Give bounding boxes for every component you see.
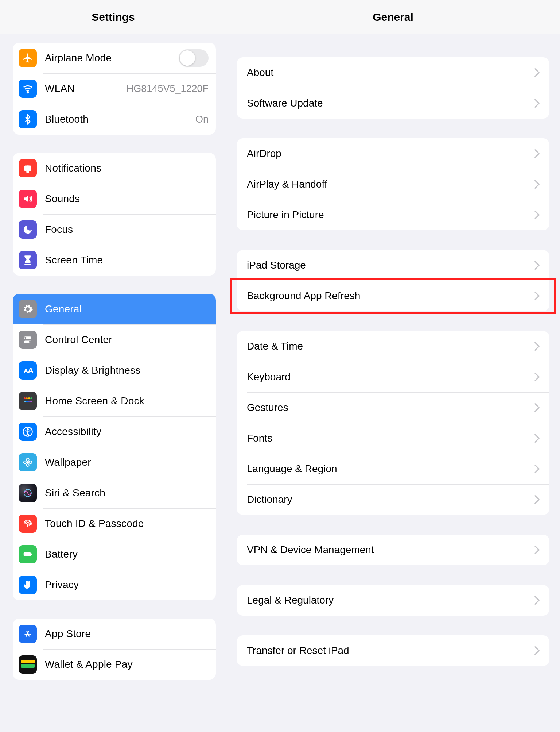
sidebar-item-touchid[interactable]: Touch ID & Passcode: [13, 508, 216, 539]
detail-item-label: Transfer or Reset iPad: [247, 645, 349, 656]
detail-item-dictionary[interactable]: Dictionary: [237, 484, 549, 515]
sidebar-item-label: App Store: [45, 628, 91, 640]
chevron-right-icon: [534, 291, 540, 301]
sidebar-item-label: WLAN: [45, 83, 75, 95]
detail-item-label: AirDrop: [247, 148, 281, 159]
detail-pane: General AboutSoftware UpdateAirDropAirPl…: [226, 0, 560, 732]
detail-header: General: [226, 0, 560, 34]
sidebar-item-general[interactable]: General: [13, 294, 216, 324]
sidebar-item-label: Battery: [45, 548, 78, 560]
svg-point-5: [24, 337, 26, 339]
moon-icon: [19, 220, 37, 239]
detail-item-keyboard[interactable]: Keyboard: [237, 362, 549, 392]
svg-rect-3: [24, 264, 31, 265]
sidebar-item-display[interactable]: AADisplay & Brightness: [13, 355, 216, 386]
detail-item-storage[interactable]: iPad Storage: [237, 250, 549, 281]
sidebar-group: GeneralControl CenterAADisplay & Brightn…: [13, 294, 216, 600]
sidebar-item-bluetooth[interactable]: BluetoothOn: [13, 104, 216, 135]
detail-item-langregion[interactable]: Language & Region: [237, 454, 549, 484]
svg-point-15: [24, 461, 27, 464]
sidebar-item-homedock[interactable]: Home Screen & Dock: [13, 386, 216, 416]
sidebar-item-focus[interactable]: Focus: [13, 214, 216, 245]
chevron-right-icon: [534, 149, 540, 158]
chevron-right-icon: [534, 342, 540, 351]
hourglass-icon: [19, 251, 37, 269]
chevron-right-icon: [534, 545, 540, 555]
detail-item-label: Language & Region: [247, 463, 337, 475]
svg-point-12: [27, 462, 29, 463]
sidebar-header: Settings: [0, 0, 226, 34]
sidebar-item-controlcenter[interactable]: Control Center: [13, 324, 216, 355]
chevron-right-icon: [534, 403, 540, 412]
speaker-icon: [19, 190, 37, 208]
detail-item-label: VPN & Device Management: [247, 544, 374, 556]
detail-item-bgrefresh[interactable]: Background App Refresh: [237, 281, 549, 311]
detail-group: Legal & Regulatory: [237, 585, 549, 616]
sidebar-item-label: Screen Time: [45, 254, 103, 266]
flower-icon: [19, 453, 37, 471]
chevron-right-icon: [534, 261, 540, 270]
detail-item-legal[interactable]: Legal & Regulatory: [237, 585, 549, 616]
sidebar-item-wlan[interactable]: WLANHG8145V5_1220F: [13, 73, 216, 104]
sidebar-item-sounds[interactable]: Sounds: [13, 184, 216, 214]
sidebar-item-label: Home Screen & Dock: [45, 395, 144, 407]
svg-point-14: [26, 464, 29, 467]
sidebar-item-appstore[interactable]: App Store: [13, 619, 216, 649]
sidebar-list[interactable]: Airplane ModeWLANHG8145V5_1220FBluetooth…: [0, 34, 226, 732]
sidebar-item-detail: HG8145V5_1220F: [127, 83, 209, 95]
detail-list[interactable]: AboutSoftware UpdateAirDropAirPlay & Han…: [226, 34, 560, 732]
sidebar-item-label: Airplane Mode: [45, 52, 112, 64]
detail-item-pip[interactable]: Picture in Picture: [237, 200, 549, 230]
detail-item-label: Fonts: [247, 432, 272, 444]
sidebar-item-notifications[interactable]: Notifications: [13, 153, 216, 184]
detail-item-airdrop[interactable]: AirDrop: [237, 138, 549, 169]
detail-item-transfer[interactable]: Transfer or Reset iPad: [237, 635, 549, 666]
appstore-icon: [19, 625, 37, 643]
svg-point-13: [26, 458, 29, 461]
hand-icon: [19, 576, 37, 594]
sidebar-item-wallet[interactable]: Wallet & Apple Pay: [13, 649, 216, 680]
chevron-right-icon: [534, 180, 540, 189]
sidebar-item-screentime[interactable]: Screen Time: [13, 245, 216, 276]
svg-rect-18: [24, 552, 31, 556]
sidebar-item-airplane[interactable]: Airplane Mode: [13, 43, 216, 73]
sidebar-item-wallpaper[interactable]: Wallpaper: [13, 447, 216, 478]
svg-text:A: A: [28, 366, 33, 375]
page-title: Settings: [92, 11, 135, 23]
detail-item-vpn[interactable]: VPN & Device Management: [237, 535, 549, 565]
sidebar-item-label: Notifications: [45, 162, 101, 174]
fingerprint-icon: [19, 515, 37, 533]
detail-item-label: Legal & Regulatory: [247, 594, 334, 606]
sidebar-item-battery[interactable]: Battery: [13, 539, 216, 570]
svg-rect-2: [24, 256, 31, 257]
detail-item-label: Keyboard: [247, 371, 291, 383]
detail-item-about[interactable]: About: [237, 57, 549, 88]
detail-item-label: About: [247, 67, 273, 78]
toggle-airplane[interactable]: [179, 49, 209, 67]
airplane-icon: [19, 49, 37, 67]
chevron-right-icon: [534, 495, 540, 504]
chevron-right-icon: [534, 372, 540, 382]
detail-item-datetime[interactable]: Date & Time: [237, 331, 549, 362]
detail-item-label: Dictionary: [247, 494, 292, 505]
chevron-right-icon: [534, 68, 540, 77]
chevron-right-icon: [534, 464, 540, 474]
svg-point-16: [29, 461, 32, 464]
sidebar-item-siri[interactable]: Siri & Search: [13, 478, 216, 508]
detail-item-label: Picture in Picture: [247, 209, 324, 221]
sidebar-item-privacy[interactable]: Privacy: [13, 570, 216, 600]
sidebar-group: Airplane ModeWLANHG8145V5_1220FBluetooth…: [13, 43, 216, 135]
sidebar-item-accessibility[interactable]: Accessibility: [13, 416, 216, 447]
none-icon: [19, 392, 37, 410]
chevron-right-icon: [534, 210, 540, 220]
svg-point-11: [27, 429, 28, 430]
siri-icon: [19, 484, 37, 502]
detail-item-label: Gestures: [247, 402, 288, 413]
detail-item-gestures[interactable]: Gestures: [237, 392, 549, 423]
sidebar-item-label: Wallpaper: [45, 456, 91, 468]
detail-item-airplay[interactable]: AirPlay & Handoff: [237, 169, 549, 200]
detail-group: Transfer or Reset iPad: [237, 635, 549, 666]
detail-item-softwareupdate[interactable]: Software Update: [237, 88, 549, 119]
bell-icon: [19, 159, 37, 177]
detail-item-fonts[interactable]: Fonts: [237, 423, 549, 454]
